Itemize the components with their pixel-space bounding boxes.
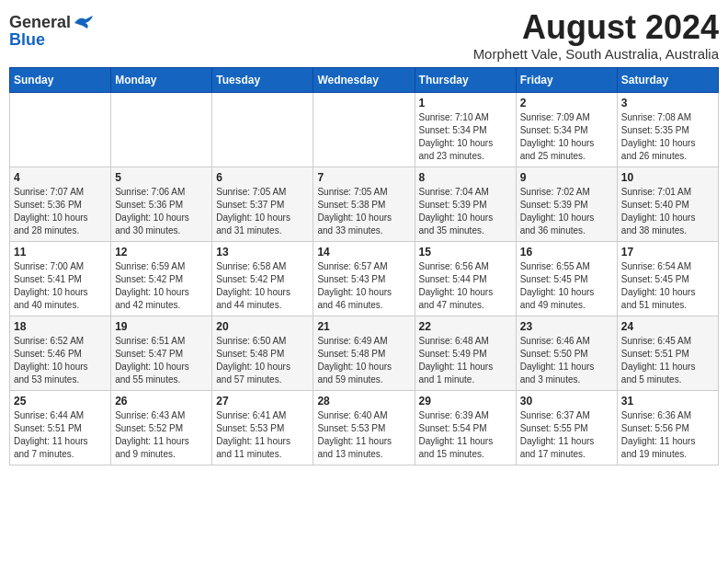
day-number: 29	[419, 395, 512, 408]
calendar-cell: 26Sunrise: 6:43 AMSunset: 5:52 PMDayligh…	[111, 390, 212, 465]
day-number: 24	[621, 320, 714, 333]
day-info: Sunrise: 7:10 AMSunset: 5:34 PMDaylight:…	[419, 111, 512, 163]
day-number: 16	[520, 246, 613, 259]
day-info: Sunrise: 6:49 AMSunset: 5:48 PMDaylight:…	[317, 335, 410, 386]
calendar-cell: 10Sunrise: 7:01 AMSunset: 5:40 PMDayligh…	[617, 167, 718, 241]
calendar-cell: 16Sunrise: 6:55 AMSunset: 5:45 PMDayligh…	[516, 241, 617, 316]
day-info: Sunrise: 6:58 AMSunset: 5:42 PMDaylight:…	[216, 260, 309, 312]
day-number: 20	[216, 320, 309, 333]
day-info: Sunrise: 7:07 AMSunset: 5:36 PMDaylight:…	[14, 186, 107, 237]
day-number: 21	[317, 320, 410, 333]
day-info: Sunrise: 6:57 AMSunset: 5:43 PMDaylight:…	[317, 260, 410, 312]
calendar-cell: 30Sunrise: 6:37 AMSunset: 5:55 PMDayligh…	[516, 390, 617, 465]
calendar-cell: 22Sunrise: 6:48 AMSunset: 5:49 PMDayligh…	[415, 316, 516, 390]
logo-general-text: General	[9, 13, 71, 32]
calendar-cell: 12Sunrise: 6:59 AMSunset: 5:42 PMDayligh…	[111, 241, 212, 316]
day-number: 31	[621, 395, 714, 408]
calendar-cell: 31Sunrise: 6:36 AMSunset: 5:56 PMDayligh…	[617, 390, 718, 465]
calendar-week-row: 1Sunrise: 7:10 AMSunset: 5:34 PMDaylight…	[10, 92, 719, 167]
day-number: 18	[14, 320, 107, 333]
day-info: Sunrise: 7:06 AMSunset: 5:36 PMDaylight:…	[115, 186, 208, 237]
day-number: 28	[317, 395, 410, 408]
day-info: Sunrise: 6:51 AMSunset: 5:47 PMDaylight:…	[115, 335, 208, 386]
calendar-cell: 23Sunrise: 6:46 AMSunset: 5:50 PMDayligh…	[516, 316, 617, 390]
calendar-cell: 1Sunrise: 7:10 AMSunset: 5:34 PMDaylight…	[415, 92, 516, 167]
calendar-week-row: 11Sunrise: 7:00 AMSunset: 5:41 PMDayligh…	[10, 241, 719, 316]
calendar-cell: 11Sunrise: 7:00 AMSunset: 5:41 PMDayligh…	[10, 241, 111, 316]
page-header: General Blue August 2024 Morphett Vale, …	[9, 9, 719, 62]
calendar-cell: 2Sunrise: 7:09 AMSunset: 5:34 PMDaylight…	[516, 92, 617, 167]
day-number: 2	[520, 97, 613, 109]
calendar-cell: 14Sunrise: 6:57 AMSunset: 5:43 PMDayligh…	[313, 241, 415, 316]
day-number: 12	[115, 246, 208, 259]
day-info: Sunrise: 6:41 AMSunset: 5:53 PMDaylight:…	[216, 409, 309, 461]
weekday-header: Friday	[516, 67, 617, 92]
day-number: 30	[520, 395, 613, 408]
weekday-header: Thursday	[415, 67, 516, 92]
day-number: 17	[621, 246, 714, 259]
day-number: 6	[216, 171, 309, 184]
calendar-cell: 20Sunrise: 6:50 AMSunset: 5:48 PMDayligh…	[212, 316, 313, 390]
day-info: Sunrise: 6:46 AMSunset: 5:50 PMDaylight:…	[520, 335, 613, 386]
day-info: Sunrise: 6:44 AMSunset: 5:51 PMDaylight:…	[14, 409, 107, 461]
day-info: Sunrise: 6:54 AMSunset: 5:45 PMDaylight:…	[621, 260, 714, 312]
day-number: 19	[115, 320, 208, 333]
location-title: Morphett Vale, South Australia, Australi…	[473, 46, 719, 62]
calendar-cell: 6Sunrise: 7:05 AMSunset: 5:37 PMDaylight…	[212, 167, 313, 241]
day-number: 10	[621, 171, 714, 184]
weekday-header: Wednesday	[313, 67, 415, 92]
day-number: 23	[520, 320, 613, 333]
day-info: Sunrise: 6:45 AMSunset: 5:51 PMDaylight:…	[621, 335, 714, 386]
calendar-cell: 15Sunrise: 6:56 AMSunset: 5:44 PMDayligh…	[415, 241, 516, 316]
calendar-cell: 7Sunrise: 7:05 AMSunset: 5:38 PMDaylight…	[313, 167, 415, 241]
day-info: Sunrise: 6:43 AMSunset: 5:52 PMDaylight:…	[115, 409, 208, 461]
day-info: Sunrise: 6:55 AMSunset: 5:45 PMDaylight:…	[520, 260, 613, 312]
day-number: 15	[419, 246, 512, 259]
calendar-cell: 9Sunrise: 7:02 AMSunset: 5:39 PMDaylight…	[516, 167, 617, 241]
day-number: 26	[115, 395, 208, 408]
day-number: 11	[14, 246, 107, 259]
logo-blue-text: Blue	[9, 30, 45, 50]
weekday-header: Monday	[111, 67, 212, 92]
weekday-header: Saturday	[617, 67, 718, 92]
calendar-cell: 27Sunrise: 6:41 AMSunset: 5:53 PMDayligh…	[212, 390, 313, 465]
day-info: Sunrise: 7:00 AMSunset: 5:41 PMDaylight:…	[14, 260, 107, 312]
day-number: 27	[216, 395, 309, 408]
calendar-cell: 24Sunrise: 6:45 AMSunset: 5:51 PMDayligh…	[617, 316, 718, 390]
calendar-cell: 28Sunrise: 6:40 AMSunset: 5:53 PMDayligh…	[313, 390, 415, 465]
day-number: 7	[317, 171, 410, 184]
day-info: Sunrise: 6:52 AMSunset: 5:46 PMDaylight:…	[14, 335, 107, 386]
calendar-week-row: 25Sunrise: 6:44 AMSunset: 5:51 PMDayligh…	[10, 390, 719, 465]
day-info: Sunrise: 7:08 AMSunset: 5:35 PMDaylight:…	[621, 111, 714, 163]
weekday-header-row: SundayMondayTuesdayWednesdayThursdayFrid…	[10, 67, 719, 92]
day-number: 8	[419, 171, 512, 184]
calendar-cell	[313, 92, 415, 167]
calendar-cell: 19Sunrise: 6:51 AMSunset: 5:47 PMDayligh…	[111, 316, 212, 390]
calendar-table: SundayMondayTuesdayWednesdayThursdayFrid…	[9, 67, 719, 465]
calendar-cell: 5Sunrise: 7:06 AMSunset: 5:36 PMDaylight…	[111, 167, 212, 241]
day-info: Sunrise: 7:01 AMSunset: 5:40 PMDaylight:…	[621, 186, 714, 237]
logo-bird-icon	[73, 16, 93, 30]
day-info: Sunrise: 7:02 AMSunset: 5:39 PMDaylight:…	[520, 186, 613, 237]
day-info: Sunrise: 6:39 AMSunset: 5:54 PMDaylight:…	[419, 409, 512, 461]
calendar-week-row: 4Sunrise: 7:07 AMSunset: 5:36 PMDaylight…	[10, 167, 719, 241]
day-number: 3	[621, 97, 714, 109]
month-title: August 2024	[473, 9, 719, 46]
day-info: Sunrise: 6:50 AMSunset: 5:48 PMDaylight:…	[216, 335, 309, 386]
day-number: 13	[216, 246, 309, 259]
calendar-cell: 4Sunrise: 7:07 AMSunset: 5:36 PMDaylight…	[10, 167, 111, 241]
day-number: 22	[419, 320, 512, 333]
calendar-cell: 8Sunrise: 7:04 AMSunset: 5:39 PMDaylight…	[415, 167, 516, 241]
logo: General Blue	[9, 13, 93, 50]
day-number: 14	[317, 246, 410, 259]
day-info: Sunrise: 6:59 AMSunset: 5:42 PMDaylight:…	[115, 260, 208, 312]
calendar-cell: 29Sunrise: 6:39 AMSunset: 5:54 PMDayligh…	[415, 390, 516, 465]
day-info: Sunrise: 7:05 AMSunset: 5:38 PMDaylight:…	[317, 186, 410, 237]
calendar-cell: 18Sunrise: 6:52 AMSunset: 5:46 PMDayligh…	[10, 316, 111, 390]
day-info: Sunrise: 6:48 AMSunset: 5:49 PMDaylight:…	[419, 335, 512, 386]
day-info: Sunrise: 7:04 AMSunset: 5:39 PMDaylight:…	[419, 186, 512, 237]
calendar-cell: 3Sunrise: 7:08 AMSunset: 5:35 PMDaylight…	[617, 92, 718, 167]
calendar-cell	[10, 92, 111, 167]
day-info: Sunrise: 7:09 AMSunset: 5:34 PMDaylight:…	[520, 111, 613, 163]
calendar-cell	[212, 92, 313, 167]
